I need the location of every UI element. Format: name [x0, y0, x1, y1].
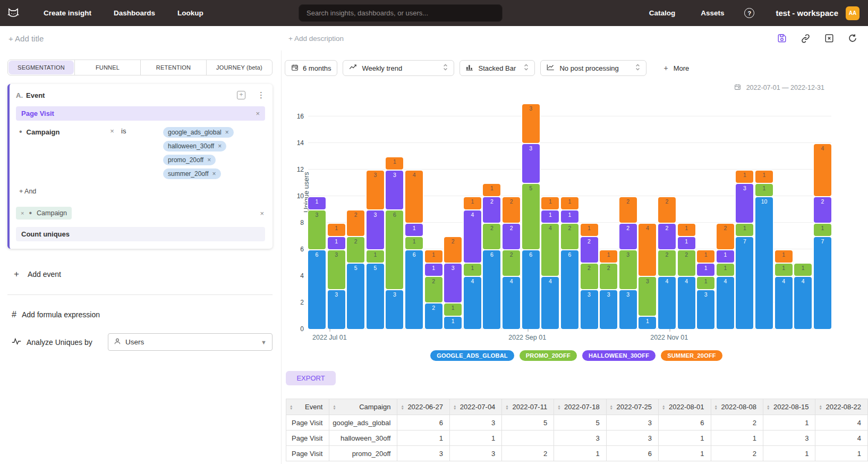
date-range-display: 2022-07-01 — 2022-12-31 [285, 83, 868, 92]
table-cell: 1 [449, 431, 501, 446]
segment-value-label: 2 [347, 238, 364, 244]
chart-type-select[interactable]: Stacked Bar [459, 60, 535, 76]
table-cell: halloween_30off [329, 431, 397, 446]
remove-filter-value-icon[interactable]: × [225, 129, 229, 136]
column-header[interactable]: ▲▼Campaign [329, 399, 397, 415]
bar-segment: 1 [561, 210, 578, 223]
add-description-button[interactable]: + Add description [288, 35, 344, 43]
sort-icon[interactable]: ▲▼ [290, 404, 293, 410]
sort-icon[interactable]: ▲▼ [453, 404, 456, 410]
tab-segmentation[interactable]: SEGMENTATION [8, 61, 74, 74]
filter-value-tag[interactable]: halloween_30off× [163, 141, 226, 151]
bar-segment: 2 [503, 250, 520, 276]
segment-value-label: 1 [717, 251, 734, 258]
column-header[interactable]: ▲▼2022-07-11 [502, 399, 554, 415]
sort-icon[interactable]: ▲▼ [557, 404, 560, 410]
close-insight-icon[interactable] [824, 33, 834, 43]
bar-segment: 3 [444, 264, 462, 302]
nav-dashboards[interactable]: Dashboards [114, 9, 155, 17]
time-window-button[interactable]: 6 months [285, 60, 337, 76]
sort-icon[interactable]: ▲▼ [401, 404, 404, 410]
bar-2022-11-21: 4112 [717, 224, 734, 329]
add-event-button[interactable]: + Add event [14, 269, 273, 280]
filter-operator[interactable]: is [121, 127, 126, 135]
sort-icon[interactable]: ▲▼ [714, 404, 718, 410]
filter-value-tag[interactable]: google_ads_global× [163, 127, 234, 138]
remove-event-icon[interactable]: × [256, 109, 260, 117]
segment-value-label: 1 [328, 225, 345, 231]
add-and-condition[interactable]: + And [19, 188, 265, 195]
y-tick-label: 2 [287, 299, 304, 306]
selected-event[interactable]: Page Visit × [16, 106, 265, 121]
bar-segment: 1 [561, 197, 578, 209]
column-header[interactable]: ▲▼2022-08-01 [659, 399, 711, 415]
column-header[interactable]: ▲▼2022-07-04 [449, 399, 501, 415]
more-options-button[interactable]: + More [663, 64, 689, 72]
remove-filter-value-icon[interactable]: × [207, 156, 211, 164]
app-logo-cat-icon[interactable] [5, 5, 21, 21]
post-processing-select[interactable]: No post processing [540, 60, 646, 76]
bar-segment: 4 [405, 171, 423, 223]
column-header[interactable]: ▲▼2022-08-08 [711, 399, 763, 415]
bar-2022-07-04: 3311 [328, 224, 345, 329]
column-header[interactable]: ▲▼2022-07-25 [606, 399, 658, 415]
trend-select[interactable]: Weekly trend [343, 60, 454, 76]
bar-segment: 1 [736, 224, 753, 236]
tab-funnel[interactable]: FUNNEL [74, 60, 140, 75]
refresh-icon[interactable] [848, 33, 857, 43]
hash-icon: # [12, 310, 16, 319]
sort-icon[interactable]: ▲▼ [610, 404, 613, 410]
sort-icon[interactable]: ▲▼ [767, 404, 770, 410]
sort-icon[interactable]: ▲▼ [333, 404, 336, 410]
analyze-row: Analyze Uniques by Users ▼ [12, 333, 273, 351]
tab-journey[interactable]: JOURNEY (beta) [206, 60, 272, 75]
column-header[interactable]: ▲▼2022-06-27 [397, 399, 449, 415]
sort-icon[interactable]: ▲▼ [819, 404, 822, 410]
filter-value-tag[interactable]: summer_20off× [163, 168, 221, 179]
duplicate-event-icon[interactable]: + [237, 91, 245, 99]
column-header[interactable]: ▲▼2022-08-15 [763, 399, 815, 415]
search-input[interactable]: Search insights, dashboards, or users... [299, 4, 503, 22]
segment-value-label: 2 [503, 225, 520, 231]
remove-filter-value-icon[interactable]: × [218, 142, 222, 150]
event-menu-icon[interactable]: ⋮ [257, 90, 265, 100]
legend-item[interactable]: SUMMER_20OFF [661, 350, 722, 361]
tab-retention[interactable]: RETENTION [140, 60, 206, 75]
aggregation-selector[interactable]: Count uniques [16, 227, 265, 241]
workspace-name[interactable]: test - workspace [776, 9, 838, 18]
help-icon[interactable]: ? [744, 8, 754, 18]
add-formula-button[interactable]: # Add formula expression [12, 310, 273, 319]
nav-catalog[interactable]: Catalog [649, 9, 676, 17]
filter-value-tag[interactable]: promo_20off× [163, 155, 216, 165]
breakdown-pill[interactable]: × • Campaign [16, 207, 72, 220]
legend-item[interactable]: GOOGLE_ADS_GLOBAL [430, 350, 514, 361]
segment-value-label: 1 [541, 212, 559, 218]
share-link-icon[interactable] [801, 33, 811, 44]
filter-property[interactable]: Campaign [27, 128, 60, 136]
bar-segment: 5 [347, 264, 364, 329]
column-header[interactable]: ▲▼2022-08-22 [815, 399, 868, 415]
nav-create-insight[interactable]: Create insight [44, 9, 91, 17]
remove-filter-value-icon[interactable]: × [212, 170, 216, 178]
nav-lookup[interactable]: Lookup [177, 9, 203, 17]
clear-breakdown-icon[interactable]: × [260, 209, 264, 217]
analyze-by-select[interactable]: Users ▼ [108, 333, 273, 351]
remove-filter-icon[interactable]: × [105, 127, 119, 135]
column-header[interactable]: ▲▼2022-07-18 [554, 399, 606, 415]
legend-item[interactable]: HALLOWEEN_30OFF [582, 350, 656, 361]
remove-breakdown-icon[interactable]: × [21, 210, 24, 216]
segment-value-label: 1 [405, 238, 423, 244]
nav-assets[interactable]: Assets [701, 9, 724, 17]
x-tick [669, 329, 670, 332]
save-icon[interactable] [777, 33, 787, 43]
export-button[interactable]: EXPORT [286, 371, 336, 385]
sort-icon[interactable]: ▲▼ [505, 404, 508, 410]
legend-item[interactable]: PROMO_20OFF [520, 350, 577, 361]
bar-2022-08-15: 1132 [444, 237, 462, 329]
segment-value-label: 1 [794, 265, 812, 271]
add-title-button[interactable]: + Add title [8, 34, 44, 43]
column-header[interactable]: ▲▼Event [286, 399, 329, 415]
user-avatar[interactable]: AA [846, 6, 860, 20]
sort-icon[interactable]: ▲▼ [662, 404, 665, 410]
bar-segment: 2 [658, 224, 676, 249]
